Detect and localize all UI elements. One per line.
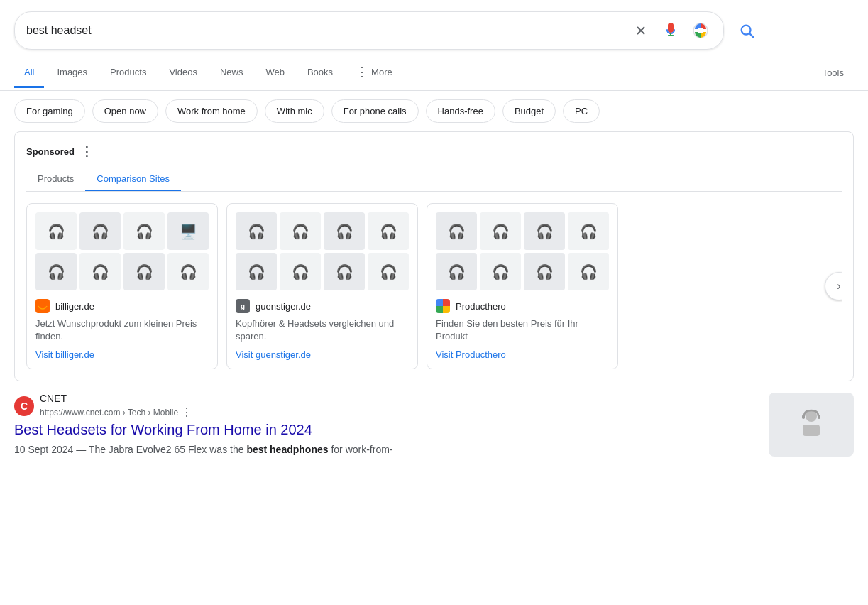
product-description-1: Kopfhörer & Headsets vergleichen und spa… bbox=[236, 317, 409, 343]
product-images-0: 🎧 🎧 🎧 🖥️ 🎧 🎧 🎧 🎧 bbox=[35, 212, 209, 290]
product-image: 🎧 bbox=[480, 253, 521, 290]
svg-rect-16 bbox=[803, 425, 820, 436]
card-tab-comparison-sites[interactable]: Comparison Sites bbox=[85, 168, 181, 191]
microphone-icon bbox=[662, 22, 679, 39]
tab-images[interactable]: Images bbox=[47, 58, 97, 88]
product-image: 🎧 bbox=[280, 253, 321, 290]
product-image: 🎧 bbox=[368, 212, 409, 250]
result-url-0: https://www.cnet.com › Tech › Mobile bbox=[40, 408, 178, 418]
tools-button[interactable]: Tools bbox=[813, 59, 854, 87]
result-main-0: C CNET https://www.cnet.com › Tech › Mob… bbox=[14, 393, 757, 457]
search-bar: best headset bbox=[14, 11, 724, 50]
svg-rect-10 bbox=[436, 299, 443, 306]
sponsored-menu-button[interactable]: ⋮ bbox=[80, 143, 93, 159]
search-input[interactable]: best headset bbox=[26, 24, 624, 37]
filter-chips: For gaming Open now Work from home With … bbox=[0, 91, 868, 131]
result-source-0: C CNET https://www.cnet.com › Tech › Mob… bbox=[14, 393, 757, 419]
site-favicon-1: g bbox=[236, 299, 250, 313]
tab-all[interactable]: All bbox=[14, 58, 44, 88]
product-description-2: Finden Sie den besten Preis für Ihr Prod… bbox=[436, 317, 609, 343]
result-source-info-0: CNET https://www.cnet.com › Tech › Mobil… bbox=[40, 393, 192, 419]
svg-rect-13 bbox=[443, 306, 450, 313]
svg-rect-12 bbox=[436, 306, 443, 313]
product-image: 🎧 bbox=[123, 253, 165, 290]
product-image: 🎧 bbox=[324, 253, 365, 290]
tab-products[interactable]: Products bbox=[100, 58, 156, 88]
product-image: 🎧 bbox=[236, 212, 277, 250]
product-image: 🎧 bbox=[167, 253, 209, 290]
chip-budget[interactable]: Budget bbox=[502, 99, 556, 123]
result-snippet-0: 10 Sept 2024 — The Jabra Evolve2 65 Flex… bbox=[14, 442, 757, 457]
product-image: 🎧 bbox=[35, 253, 77, 290]
sponsored-card: Sponsored ⋮ Products Comparison Sites 🎧 … bbox=[14, 131, 854, 381]
chip-for-gaming[interactable]: For gaming bbox=[14, 99, 85, 123]
card-tabs: Products Comparison Sites bbox=[26, 168, 842, 192]
search-icon bbox=[739, 23, 754, 38]
result-title-0[interactable]: Best Headsets for Working From Home in 2… bbox=[14, 422, 757, 438]
clear-icon bbox=[634, 24, 647, 37]
chip-work-from-home[interactable]: Work from home bbox=[165, 99, 258, 123]
product-image: 🎧 bbox=[436, 212, 477, 250]
clear-button[interactable] bbox=[630, 19, 652, 42]
product-images-2: 🎧 🎧 🎧 🎧 🎧 🎧 🎧 🎧 bbox=[436, 212, 609, 290]
tab-videos[interactable]: Videos bbox=[159, 58, 207, 88]
svg-rect-18 bbox=[818, 415, 820, 419]
comparison-card-0: 🎧 🎧 🎧 🖥️ 🎧 🎧 🎧 🎧 billiger.de Jetzt Wunsc… bbox=[26, 203, 218, 369]
product-image: 🎧 bbox=[324, 212, 365, 250]
visit-link-0[interactable]: Visit billiger.de bbox=[35, 349, 94, 360]
nav-tabs: All Images Products Videos News Web Book… bbox=[0, 55, 868, 91]
tab-more[interactable]: ⋮ More bbox=[346, 55, 402, 90]
svg-line-9 bbox=[749, 33, 753, 37]
search-bar-container: best headset bbox=[0, 0, 868, 50]
product-image: 🎧 bbox=[568, 253, 609, 290]
svg-rect-11 bbox=[443, 299, 450, 306]
product-image: 🎧 bbox=[524, 253, 565, 290]
search-result-0: C CNET https://www.cnet.com › Tech › Mob… bbox=[14, 393, 854, 457]
site-name-1: guenstiger.de bbox=[256, 301, 311, 312]
product-image: 🎧 bbox=[568, 212, 609, 250]
tab-web[interactable]: Web bbox=[256, 58, 295, 88]
sponsored-label: Sponsored bbox=[26, 146, 75, 157]
result-menu-button-0[interactable]: ⋮ bbox=[181, 405, 192, 419]
product-images-1: 🎧 🎧 🎧 🎧 🎧 🎧 🎧 🎧 bbox=[236, 212, 409, 290]
chip-pc[interactable]: PC bbox=[563, 99, 600, 123]
chip-hands-free[interactable]: Hands-free bbox=[426, 99, 495, 123]
product-image: 🎧 bbox=[35, 212, 77, 250]
product-image: 🎧 bbox=[480, 212, 521, 250]
search-button[interactable] bbox=[731, 15, 762, 46]
tab-books[interactable]: Books bbox=[297, 58, 343, 88]
sponsored-header: Sponsored ⋮ bbox=[26, 143, 842, 159]
product-image: 🎧 bbox=[280, 212, 321, 250]
search-icons bbox=[630, 19, 712, 42]
chip-with-mic[interactable]: With mic bbox=[265, 99, 324, 123]
svg-rect-17 bbox=[802, 415, 805, 419]
visit-link-2[interactable]: Visit Producthero bbox=[436, 349, 506, 360]
svg-point-15 bbox=[806, 410, 817, 422]
site-name-2: Producthero bbox=[456, 301, 506, 312]
site-info-2: Producthero bbox=[436, 299, 609, 313]
product-image: 🎧 bbox=[436, 253, 477, 290]
visit-link-1[interactable]: Visit guenstiger.de bbox=[236, 349, 311, 360]
lens-button[interactable] bbox=[689, 19, 712, 42]
product-image: 🖥️ bbox=[167, 212, 209, 250]
product-image: 🎧 bbox=[368, 253, 409, 290]
main-content: Sponsored ⋮ Products Comparison Sites 🎧 … bbox=[0, 131, 868, 457]
more-dots-icon: ⋮ bbox=[356, 64, 368, 80]
product-image: 🎧 bbox=[236, 253, 277, 290]
site-favicon-2 bbox=[436, 299, 450, 313]
product-image: 🎧 bbox=[524, 212, 565, 250]
product-image: 🎧 bbox=[79, 212, 121, 250]
card-tab-products[interactable]: Products bbox=[26, 168, 85, 191]
voice-search-button[interactable] bbox=[659, 19, 682, 42]
chip-for-phone-calls[interactable]: For phone calls bbox=[331, 99, 419, 123]
result-image-0 bbox=[769, 393, 854, 457]
result-favicon-0: C bbox=[14, 396, 34, 416]
product-cards: 🎧 🎧 🎧 🖥️ 🎧 🎧 🎧 🎧 billiger.de Jetzt Wunsc… bbox=[26, 203, 842, 369]
site-favicon-0 bbox=[35, 299, 50, 313]
next-arrow-button[interactable]: › bbox=[825, 272, 842, 300]
lens-icon bbox=[692, 22, 709, 39]
comparison-card-1: 🎧 🎧 🎧 🎧 🎧 🎧 🎧 🎧 g guenstiger.de Kopfhöre… bbox=[226, 203, 418, 369]
chip-open-now[interactable]: Open now bbox=[92, 99, 158, 123]
tab-news[interactable]: News bbox=[210, 58, 253, 88]
result-snippet-date: 10 Sept 2024 bbox=[14, 444, 73, 455]
